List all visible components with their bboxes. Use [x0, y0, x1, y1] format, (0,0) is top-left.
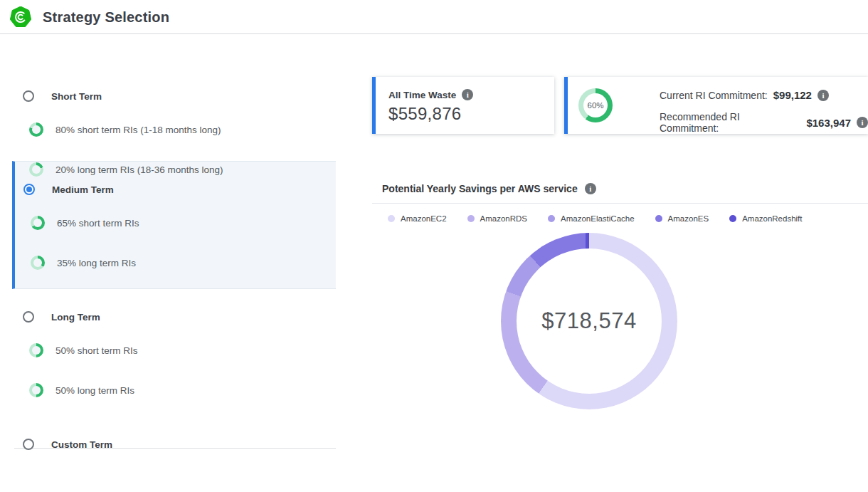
allocation-label: 50% long term RIs [55, 385, 134, 396]
allocation-row: 20% long term RIs (18-36 months long) [29, 161, 223, 178]
section-label: Custom Term [51, 439, 112, 450]
donut-center-value: $718,574 [501, 233, 677, 409]
legend-dot-icon [467, 215, 475, 222]
allocation-label: 80% short term RIs (1-18 months long) [55, 125, 221, 135]
allocation-row: 35% long term RIs [31, 254, 136, 271]
card-title: All Time Waste [388, 90, 456, 100]
allocation-label: 35% long term RIs [57, 258, 136, 268]
legend-dot-icon [388, 215, 395, 222]
legend-label: AmazonRDS [480, 214, 527, 223]
current-commitment-value: $99,122 [773, 89, 812, 101]
chart-header: Potential Yearly Savings per AWS service [382, 183, 596, 194]
allocation-ring-icon [29, 122, 43, 137]
legend-label: AmazonES [668, 214, 709, 223]
radio-custom-term[interactable] [23, 439, 34, 450]
strategy-sidebar: Short Term 80% short term RIs (1-18 mont… [0, 34, 336, 492]
allocation-row: 50% long term RIs [29, 382, 134, 399]
allocation-row: 50% short term RIs [29, 342, 138, 359]
legend-item[interactable]: AmazonES [655, 214, 709, 223]
legend-item[interactable]: AmazonElastiCache [548, 214, 635, 223]
legend-dot-icon [729, 215, 736, 222]
strategy-option-short-term[interactable]: Short Term [23, 88, 102, 105]
legend-label: AmazonRedshift [742, 214, 802, 223]
legend-item[interactable]: AmazonRedshift [729, 214, 802, 223]
all-time-waste-card: All Time Waste $559,876 [372, 77, 554, 134]
legend-dot-icon [548, 215, 555, 222]
allocation-ring-icon [31, 216, 45, 230]
allocation-label: 20% long term RIs (18-36 months long) [55, 164, 223, 175]
allocation-row: 80% short term RIs (1-18 months long) [29, 121, 221, 138]
recommended-commitment-row: Recommended RI Commitment: $163,947 [660, 111, 868, 134]
allocation-ring-icon [31, 256, 45, 270]
strategy-option-long-term[interactable]: Long Term [23, 308, 100, 325]
page-header: Strategy Selection [0, 0, 868, 34]
strategy-selection-page: Strategy Selection Short Term 80% short … [0, 0, 868, 492]
info-icon[interactable] [462, 89, 473, 100]
strategy-option-custom-term[interactable]: Custom Term [23, 436, 112, 453]
section-label: Short Term [51, 91, 102, 102]
chart-legend: AmazonEC2AmazonRDSAmazonElastiCacheAmazo… [388, 214, 803, 223]
section-label: Medium Term [52, 184, 114, 195]
info-icon[interactable] [817, 90, 829, 101]
allocation-ring-icon [29, 383, 43, 397]
radio-medium-term[interactable] [23, 184, 35, 195]
legend-label: AmazonEC2 [401, 214, 447, 223]
recommended-commitment-value: $163,947 [806, 117, 851, 129]
all-time-waste-value: $559,876 [388, 104, 462, 124]
current-commitment-label: Current RI Commitment: [660, 90, 768, 101]
radio-long-term[interactable] [23, 311, 34, 323]
allocation-ring-icon [29, 343, 43, 357]
chart-title: Potential Yearly Savings per AWS service [382, 183, 578, 194]
allocation-row: 65% short term RIs [31, 214, 139, 231]
legend-item[interactable]: AmazonEC2 [388, 214, 447, 223]
current-commitment-row: Current RI Commitment: $99,122 [660, 89, 829, 101]
legend-dot-icon [655, 215, 662, 222]
radio-short-term[interactable] [23, 90, 34, 102]
allocation-ring-icon [29, 162, 43, 177]
chart-divider [372, 203, 868, 204]
recommended-commitment-label: Recommended RI Commitment: [660, 111, 800, 134]
app-logo-icon [10, 6, 31, 28]
ri-commitment-card: 60% Current RI Commitment: $99,122 Recom… [564, 77, 868, 134]
page-title: Strategy Selection [43, 0, 169, 34]
info-icon[interactable] [857, 117, 868, 128]
allocation-label: 50% short term RIs [55, 345, 138, 356]
legend-label: AmazonElastiCache [561, 214, 635, 223]
section-label: Long Term [51, 312, 100, 323]
strategy-option-medium-term[interactable]: Medium Term [23, 181, 114, 198]
info-icon[interactable] [585, 183, 596, 194]
commitment-ratio-label: 60% [578, 88, 613, 122]
allocation-label: 65% short term RIs [57, 218, 139, 229]
legend-item[interactable]: AmazonRDS [467, 214, 527, 223]
